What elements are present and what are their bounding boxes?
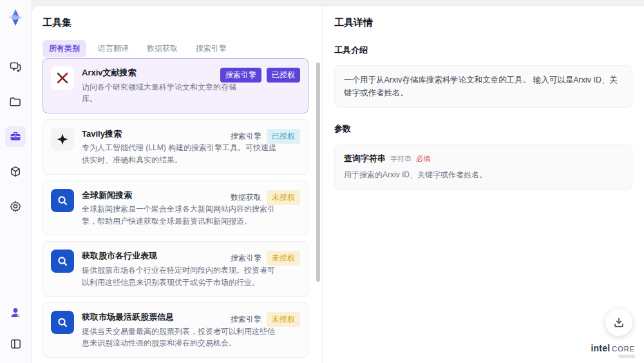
arxiv-logo-icon bbox=[51, 66, 74, 90]
tool-desc: 提供股票市场各个行业在特定时间段内的表现。投资者可以利用这些信息来识别表现优于或… bbox=[82, 264, 276, 288]
nav-models-button[interactable] bbox=[5, 161, 26, 182]
auth-status-badge: 已授权 bbox=[267, 129, 300, 144]
param-head: 查询字符串 字符串 必填 bbox=[344, 153, 623, 164]
nav-files-button[interactable] bbox=[5, 92, 26, 112]
news-search-icon bbox=[51, 189, 74, 212]
category-badge: 搜索引擎 bbox=[220, 68, 261, 83]
tool-card-tavily[interactable]: Tavily搜索 专为人工智能代理 (LLM) 构建的搜索引擎工具。可快速提供实… bbox=[43, 119, 308, 175]
app-logo[interactable] bbox=[6, 8, 25, 27]
stock-search-icon bbox=[51, 311, 74, 334]
scrollbar-thumb[interactable] bbox=[316, 63, 320, 282]
logo-diamond-icon bbox=[6, 8, 25, 27]
gear-icon bbox=[9, 200, 22, 213]
tool-list-panel: 工具集 所有类别 语言翻译 数据获取 搜索引擎 Arxiv文献搜索 访问各个研究… bbox=[32, 6, 323, 363]
nav-tools-button[interactable] bbox=[5, 126, 26, 147]
category-tabs: 所有类别 语言翻译 数据获取 搜索引擎 bbox=[43, 40, 233, 57]
tool-badges: 数据获取 未授权 bbox=[231, 190, 300, 205]
briefcase-icon bbox=[9, 130, 22, 143]
auth-status-badge: 未授权 bbox=[267, 190, 300, 205]
tool-cards-list: Arxiv文献搜索 访问各个研究领域大量科学论文和文章的存储库。 搜索引擎 已授… bbox=[43, 58, 308, 363]
tool-badges: 搜索引擎 未授权 bbox=[231, 251, 300, 266]
tool-card-global-news[interactable]: 全球新闻搜索 全球新闻搜索是一个聚合全球各大新闻网站内容的搜索引擎，帮助用户快速… bbox=[43, 181, 308, 236]
param-name: 查询字符串 bbox=[344, 153, 386, 164]
list-scrollbar[interactable] bbox=[316, 60, 320, 363]
intel-core-logo: intel CORE bbox=[591, 344, 635, 358]
cube-icon bbox=[9, 165, 22, 178]
main-content: 工具集 所有类别 语言翻译 数据获取 搜索引擎 Arxiv文献搜索 访问各个研究… bbox=[31, 5, 644, 363]
account-button[interactable] bbox=[5, 302, 26, 323]
tool-badges: 搜索引擎 未授权 bbox=[231, 312, 300, 327]
tool-detail-panel: 工具详情 工具介绍 一个用于从Arxiv存储库搜索科学论文和文章的工具。 输入可… bbox=[323, 6, 644, 363]
tool-desc: 提供当天交易量最高的股票列表，投资者可以利用这些信息来识别流动性强的股票和潜在的… bbox=[82, 326, 276, 349]
intro-heading: 工具介绍 bbox=[334, 44, 632, 56]
tool-card-most-active-stocks[interactable]: 获取市场最活跃股票信息 提供当天交易量最高的股票列表，投资者可以利用这些信息来识… bbox=[43, 302, 308, 358]
param-required-flag: 必填 bbox=[416, 154, 430, 164]
auth-status-badge: 已授权 bbox=[267, 68, 300, 83]
param-item: 查询字符串 字符串 必填 用于搜索的Arxiv ID、关键字或作者姓名。 bbox=[334, 144, 632, 190]
category-label: 数据获取 bbox=[231, 192, 261, 203]
intel-wordmark: intel bbox=[591, 344, 610, 353]
core-wordmark: CORE bbox=[612, 346, 635, 353]
param-type: 字符串 bbox=[390, 154, 412, 164]
page-title: 工具集 bbox=[43, 17, 71, 29]
tool-card-arxiv[interactable]: Arxiv文献搜索 访问各个研究领域大量科学论文和文章的存储库。 搜索引擎 已授… bbox=[43, 58, 308, 113]
category-label: 搜索引擎 bbox=[231, 314, 261, 325]
auth-status-badge: 未授权 bbox=[267, 312, 300, 327]
nav-settings-button[interactable] bbox=[5, 196, 26, 217]
tab-all-categories[interactable]: 所有类别 bbox=[43, 40, 86, 57]
intel-core-logo-text: intel CORE bbox=[591, 344, 635, 353]
chat-bubbles-icon bbox=[9, 61, 22, 74]
rail-nav bbox=[5, 57, 26, 217]
tool-desc: 专为人工智能代理 (LLM) 构建的搜索引擎工具。可快速提供实时、准确和真实的结… bbox=[82, 142, 276, 166]
download-icon bbox=[613, 317, 625, 328]
user-avatar-icon bbox=[9, 306, 22, 319]
tab-data-fetch[interactable]: 数据获取 bbox=[140, 40, 184, 57]
tool-desc: 访问各个研究领域大量科学论文和文章的存储库。 bbox=[82, 81, 243, 105]
panel-layout-icon bbox=[10, 338, 22, 350]
stock-search-icon bbox=[51, 250, 74, 273]
auth-status-badge: 未授权 bbox=[267, 251, 300, 266]
category-label: 搜索引擎 bbox=[231, 131, 261, 142]
detail-title: 工具详情 bbox=[334, 17, 632, 29]
folder-icon bbox=[9, 95, 22, 108]
tab-search-engine[interactable]: 搜索引擎 bbox=[189, 40, 233, 57]
tool-card-sector-performance[interactable]: 获取股市各行业表现 提供股票市场各个行业在特定时间段内的表现。投资者可以利用这些… bbox=[43, 241, 308, 297]
category-label: 搜索引擎 bbox=[231, 253, 261, 264]
nav-chat-button[interactable] bbox=[5, 57, 26, 77]
intro-text-box: 一个用于从Arxiv存储库搜索科学论文和文章的工具。 输入可以是Arxiv ID… bbox=[334, 65, 632, 108]
intel-core-sub-badge bbox=[618, 355, 635, 358]
param-desc: 用于搜索的Arxiv ID、关键字或作者姓名。 bbox=[344, 170, 623, 181]
params-heading: 参数 bbox=[334, 123, 632, 135]
download-button[interactable] bbox=[605, 309, 632, 336]
tool-badges: 搜索引擎 已授权 bbox=[220, 68, 300, 83]
tool-desc: 全球新闻搜索是一个聚合全球各大新闻网站内容的搜索引擎，帮助用户快速获取全球最新资… bbox=[82, 203, 276, 227]
left-rail bbox=[0, 0, 31, 363]
collapse-sidebar-button[interactable] bbox=[5, 333, 26, 354]
tab-language-translation[interactable]: 语言翻译 bbox=[91, 40, 135, 57]
rail-bottom bbox=[5, 302, 26, 354]
four-point-star-icon bbox=[51, 128, 74, 151]
tool-badges: 搜索引擎 已授权 bbox=[231, 129, 300, 144]
